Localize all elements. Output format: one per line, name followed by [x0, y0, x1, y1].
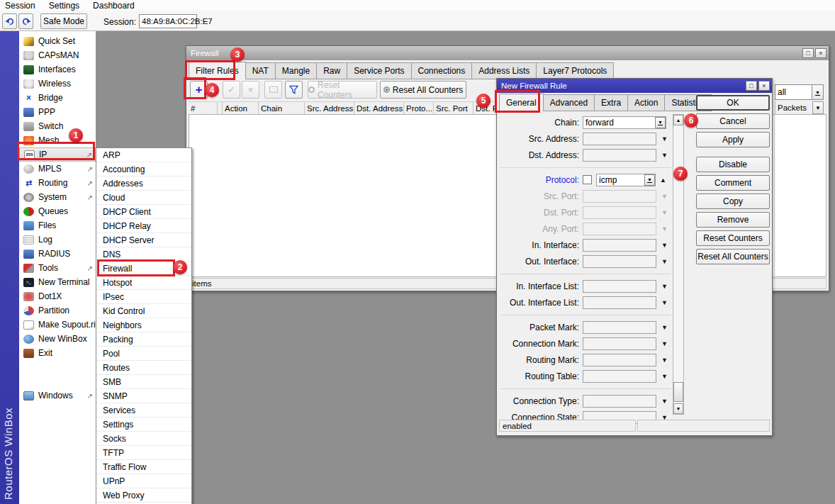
ip-submenu-item[interactable]: SMB	[96, 375, 191, 389]
chevron-down-icon[interactable]: ▼	[661, 242, 668, 249]
collapse-section-icon[interactable]: ▲	[660, 177, 666, 184]
sidebar-item[interactable]: Switch	[19, 119, 96, 133]
scrollbar-thumb[interactable]	[673, 382, 683, 402]
chevron-down-icon[interactable]: ▼	[661, 373, 668, 380]
enable-button[interactable]: ✓	[223, 81, 240, 99]
dialog-button[interactable]: OK	[696, 95, 770, 111]
maximize-icon[interactable]: □	[802, 48, 814, 58]
dialog-button[interactable]: Apply	[696, 132, 770, 147]
firewall-tab[interactable]: Mangle	[275, 62, 317, 79]
ip-submenu-item[interactable]: Neighbors	[96, 318, 191, 332]
sidebar-item[interactable]: Partition	[19, 303, 96, 318]
dialog-button[interactable]: Reset Counters	[696, 230, 770, 246]
chevron-down-icon[interactable]: ▼	[661, 193, 668, 200]
chevron-down-icon[interactable]: ▼	[661, 209, 668, 216]
ip-submenu-item[interactable]: TFTP	[96, 446, 191, 460]
sidebar-item[interactable]: Log	[19, 233, 96, 247]
ip-submenu-item[interactable]: Hotspot	[96, 276, 191, 290]
scroll-down-icon[interactable]: ▼	[673, 403, 683, 414]
field-input[interactable]	[583, 149, 656, 162]
chevron-down-icon[interactable]: ▼	[661, 299, 668, 306]
column-header[interactable]: Src. Address	[305, 102, 354, 115]
dropdown-button[interactable]: ▼	[644, 174, 655, 186]
column-header[interactable]: #	[189, 102, 218, 115]
firewall-titlebar[interactable]: Firewall □ ×	[186, 46, 829, 60]
column-header[interactable]	[218, 102, 223, 115]
menubar-item[interactable]: Settings	[44, 1, 88, 11]
field-input[interactable]	[583, 239, 656, 252]
dialog-scrollbar[interactable]: ▲ ▼	[673, 114, 684, 415]
menubar-item[interactable]: Dashboard	[88, 1, 143, 11]
dialog-button[interactable]: Remove	[696, 212, 770, 228]
sidebar-item[interactable]: Bridge	[19, 91, 96, 105]
field-input[interactable]	[583, 395, 656, 408]
rule-filter-combo[interactable]: all ▼	[775, 84, 824, 100]
chevron-down-icon[interactable]: ▼	[661, 324, 668, 331]
column-header[interactable]: Proto...	[404, 102, 434, 115]
firewall-tab[interactable]: NAT	[245, 62, 276, 79]
sidebar-item-windows[interactable]: Windows ↗	[19, 388, 96, 403]
firewall-tab[interactable]: Filter Rules	[189, 62, 246, 79]
ip-submenu-item[interactable]: IPsec	[96, 290, 191, 304]
chevron-down-icon[interactable]: ▼	[661, 135, 668, 142]
ip-submenu-item[interactable]: Packing	[96, 332, 191, 347]
ip-submenu-item[interactable]: Kid Control	[96, 304, 191, 318]
dropdown-button[interactable]: ▼	[655, 117, 666, 128]
chevron-down-icon[interactable]: ▼	[661, 357, 668, 364]
sidebar-item[interactable]: Queues	[19, 204, 96, 218]
chevron-down-icon[interactable]: ▼	[812, 101, 824, 114]
sidebar-item[interactable]: IP ↗	[19, 147, 96, 162]
dialog-button[interactable]: Disable	[696, 157, 770, 172]
field-input[interactable]	[583, 133, 656, 145]
firewall-tab[interactable]: Layer7 Protocols	[536, 62, 614, 79]
ip-submenu-item[interactable]: Addresses	[96, 177, 191, 191]
ip-submenu-item[interactable]: DHCP Client	[96, 205, 191, 219]
firewall-tab[interactable]: Service Ports	[347, 62, 411, 79]
column-header[interactable]: Chain	[259, 102, 305, 115]
column-header[interactable]: Action	[223, 102, 259, 115]
ip-submenu-item[interactable]: Accounting	[96, 162, 191, 177]
dialog-tab[interactable]: Action	[627, 94, 665, 111]
reset-counters-button[interactable]: Reset Counters	[308, 81, 377, 99]
sidebar-item[interactable]: CAPsMAN	[19, 48, 96, 62]
ip-submenu-item[interactable]: Services	[96, 403, 191, 418]
chevron-down-icon[interactable]: ▼	[661, 225, 668, 233]
chevron-down-icon[interactable]: ▼	[661, 283, 668, 290]
dialog-button[interactable]: Copy	[696, 194, 770, 209]
sidebar-item[interactable]: Routing ↗	[19, 176, 96, 190]
ip-submenu-item[interactable]: Cloud	[96, 191, 191, 205]
session-input[interactable]: 48:A9:8A:0C:2B:E7	[139, 14, 197, 28]
dialog-button[interactable]: Comment	[696, 175, 770, 191]
rule-filter-value[interactable]: all	[775, 84, 812, 100]
dropdown-button[interactable]: ▼	[812, 84, 824, 100]
field-input[interactable]	[583, 206, 656, 219]
close-icon[interactable]: ×	[815, 48, 826, 58]
safe-mode-button[interactable]: Safe Mode	[40, 13, 87, 29]
sidebar-item[interactable]: Files	[19, 218, 96, 233]
firewall-tab[interactable]: Connections	[411, 62, 473, 79]
ip-submenu-item[interactable]: Routes	[96, 361, 191, 375]
sidebar-item[interactable]: Dot1X	[19, 289, 96, 303]
column-header[interactable]: Dst. Address	[354, 102, 404, 115]
sidebar-item[interactable]: Interfaces	[19, 62, 96, 77]
comment-button[interactable]	[264, 81, 282, 99]
ip-submenu-item[interactable]: DHCP Server	[96, 233, 191, 247]
firewall-tab[interactable]: Address Lists	[471, 62, 537, 79]
field-input[interactable]: forward ▼	[583, 116, 666, 129]
sidebar-item[interactable]: Make Supout.rif	[19, 318, 96, 332]
chevron-down-icon[interactable]: ▼	[661, 152, 668, 159]
chevron-down-icon[interactable]: ▼	[661, 398, 668, 405]
ip-submenu-item[interactable]: UPnP	[96, 474, 191, 488]
ip-submenu-item[interactable]: ARP	[96, 148, 191, 162]
sidebar-item[interactable]: New Terminal	[19, 275, 96, 289]
maximize-icon[interactable]: □	[746, 81, 757, 91]
field-input[interactable]	[583, 337, 656, 350]
field-input[interactable]	[583, 223, 656, 235]
sidebar-item[interactable]: Exit	[19, 346, 96, 360]
ip-submenu-item[interactable]: DNS	[96, 247, 191, 262]
column-header[interactable]: Src. Port	[434, 102, 473, 115]
undo-button[interactable]	[2, 13, 17, 29]
dialog-titlebar[interactable]: New Firewall Rule □ ×	[497, 79, 772, 93]
field-input[interactable]	[583, 370, 656, 383]
sidebar-item[interactable]: Wireless	[19, 77, 96, 91]
